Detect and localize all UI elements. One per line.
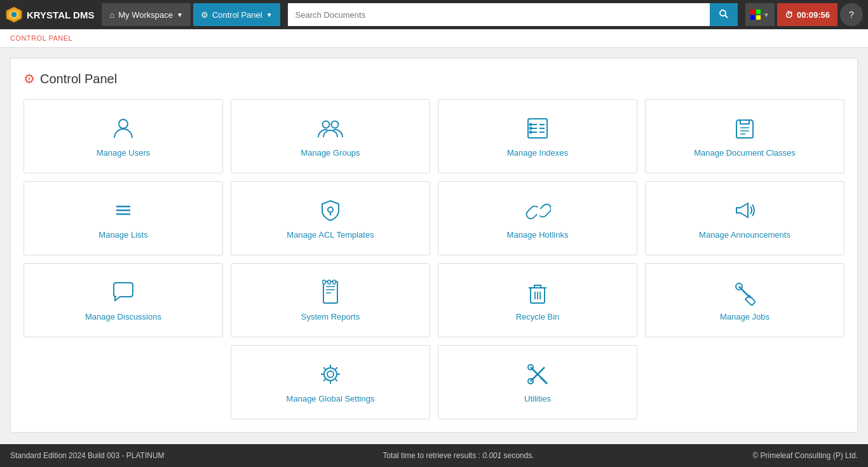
windows-dropdown-arrow: ▼ [763,11,770,18]
my-workspace-button[interactable]: ⌂ My Workspace ▼ [102,3,191,26]
svg-point-10 [530,124,532,126]
svg-rect-32 [333,280,336,284]
manage-jobs-item[interactable]: Manage Jobs [645,263,844,337]
manage-hotlinks-icon [524,197,551,224]
manage-hotlinks-item[interactable]: Manage Hotlinks [438,181,637,255]
grid-row-2: Manage Lists Manage ACL Templates Manage… [24,181,844,255]
manage-acl-templates-item[interactable]: Manage ACL Templates [231,181,430,255]
panel-title: ⚙ Control Panel [24,71,844,86]
search-icon [719,9,729,19]
workspace-dropdown-arrow: ▼ [177,11,183,18]
manage-users-label: Manage Users [97,148,151,158]
empty-cell-1 [24,345,223,419]
manage-acl-templates-icon [317,197,344,224]
panel-card: ⚙ Control Panel Manage Users [10,58,858,433]
manage-discussions-label: Manage Discussions [85,312,161,321]
manage-users-item[interactable]: Manage Users [24,99,223,173]
manage-indexes-label: Manage Indexes [507,148,568,158]
manage-lists-icon [110,197,137,224]
manage-global-settings-item[interactable]: Manage Global Settings [231,345,430,419]
svg-point-40 [327,371,334,377]
windows-grid-icon [750,10,761,20]
gear-icon: ⚙ [201,10,208,20]
manage-discussions-icon [110,279,137,306]
control-panel-button[interactable]: ⚙ Control Panel ▼ [193,3,280,26]
logo-icon [5,6,23,24]
breadcrumb: CONTROL PANEL [0,29,868,48]
svg-point-24 [328,207,333,212]
manage-users-icon [110,115,137,142]
manage-hotlinks-label: Manage Hotlinks [507,230,569,240]
timer-button[interactable]: ⏱ 00:09:56 [777,3,837,26]
utilities-icon [524,361,551,388]
footer-edition: Standard Edition 2024 Build 003 - PLATIN… [10,451,165,460]
manage-document-classes-icon [731,115,758,142]
search-button[interactable] [710,3,738,26]
grid-row-1: Manage Users Manage Groups [24,99,844,173]
system-reports-label: System Reports [301,312,360,321]
utilities-item[interactable]: Utilities [438,345,637,419]
svg-point-7 [332,121,339,128]
svg-point-2 [11,12,17,17]
manage-lists-label: Manage Lists [98,230,147,240]
app-name: KRYSTAL DMS [27,10,94,20]
help-button[interactable]: ? [840,3,863,26]
manage-announcements-label: Manage Announcements [699,230,790,240]
manage-groups-label: Manage Groups [301,148,360,158]
system-reports-item[interactable]: System Reports [231,263,430,337]
windows-menu-button[interactable]: ▼ [745,3,775,26]
system-reports-icon [317,279,344,306]
footer-timing: Total time to retrieve results : 0.001 s… [383,451,534,460]
header: KRYSTAL DMS ⌂ My Workspace ▼ ⚙ Control P… [0,0,868,29]
svg-rect-31 [328,280,330,284]
logo-area: KRYSTAL DMS [5,6,94,24]
svg-point-6 [323,121,330,128]
manage-indexes-icon [524,115,551,142]
main-content: ⚙ Control Panel Manage Users [0,48,868,444]
home-icon: ⌂ [109,10,114,20]
grid-row-3: Manage Discussions System Reports [24,263,844,337]
svg-point-41 [324,368,337,381]
manage-announcements-icon [731,197,758,224]
recycle-bin-label: Recycle Bin [516,312,560,321]
search-area [288,3,738,26]
footer-copyright: © Primeleaf Consulting (P) Ltd. [752,451,858,460]
panel-title-icon: ⚙ [24,71,35,86]
grid-row-4: Manage Global Settings Utilities [24,345,844,419]
manage-document-classes-label: Manage Document Classes [694,148,796,158]
timer-icon: ⏱ [785,10,793,20]
empty-cell-2 [645,345,844,419]
footer: Standard Edition 2024 Build 003 - PLATIN… [0,444,868,467]
svg-point-14 [530,132,532,133]
manage-document-classes-item[interactable]: Manage Document Classes [645,99,844,173]
manage-groups-item[interactable]: Manage Groups [231,99,430,173]
manage-announcements-item[interactable]: Manage Announcements [645,181,844,255]
svg-line-4 [725,15,728,18]
utilities-label: Utilities [524,394,551,403]
svg-rect-30 [323,280,325,284]
manage-global-settings-label: Manage Global Settings [287,394,375,403]
svg-point-5 [119,119,128,128]
manage-groups-icon [317,115,344,142]
manage-indexes-item[interactable]: Manage Indexes [438,99,637,173]
manage-jobs-icon [731,279,758,306]
svg-point-12 [530,128,532,130]
recycle-bin-icon [524,279,551,306]
svg-rect-26 [323,281,337,303]
recycle-bin-item[interactable]: Recycle Bin [438,263,637,337]
manage-acl-templates-label: Manage ACL Templates [287,230,374,240]
svg-point-3 [720,10,726,16]
manage-discussions-item[interactable]: Manage Discussions [24,263,223,337]
controlpanel-dropdown-arrow: ▼ [266,11,273,18]
search-input[interactable] [288,3,710,26]
manage-lists-item[interactable]: Manage Lists [24,181,223,255]
manage-global-settings-icon [317,361,344,388]
manage-jobs-label: Manage Jobs [720,312,770,321]
